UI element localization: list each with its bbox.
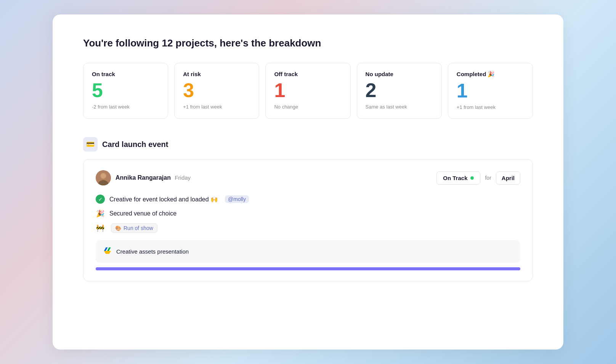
update-item-3: 🚧 🎨 Run of show [96,224,520,233]
attachment-progress-bar [96,267,520,270]
stat-label-on-track: On track [92,71,159,77]
status-month[interactable]: April [496,171,520,185]
update-items: ✓ Creative for event locked and loaded 🙌… [96,195,520,233]
section-icon: 💳 [83,137,98,152]
status-for-label: for [483,175,492,181]
stat-label-completed: Completed 🎉 [457,71,524,78]
stat-card-no-update[interactable]: No update 2 Same as last week [357,63,442,119]
stat-card-completed[interactable]: Completed 🎉 1 +1 from last week [448,63,533,119]
update-item-1-text: Creative for event locked and loaded 🙌 [109,196,218,203]
stat-number-off-track: 1 [274,80,342,100]
user-name: Annika Rangarajan [116,174,171,181]
update-item-2: 🎉 Secured venue of choice [96,209,520,218]
check-icon: ✓ [96,195,105,204]
section-header: 💳 Card launch event [83,137,533,152]
stat-change-completed: +1 from last week [457,104,524,110]
party-icon: 🎉 [96,209,105,218]
gdrive-icon [103,246,112,257]
construction-icon: 🚧 [96,224,105,233]
section-title: Card launch event [102,140,168,149]
update-item-1: ✓ Creative for event locked and loaded 🙌… [96,195,520,204]
status-dot [470,176,474,180]
page-title: You're following 12 projects, here's the… [83,37,533,49]
status-area: On Track for April [436,171,520,185]
user-date: Friday [175,174,191,181]
stat-card-at-risk[interactable]: At risk 3 +1 from last week [174,63,259,119]
stat-change-off-track: No change [274,104,342,110]
user-info: Annika Rangarajan Friday [96,170,191,185]
stat-label-off-track: Off track [274,71,342,77]
stat-number-at-risk: 3 [183,80,250,100]
status-badge[interactable]: On Track [436,171,480,185]
stat-label-at-risk: At risk [183,71,250,77]
stat-change-no-update: Same as last week [366,104,433,110]
stats-row: On track 5 -2 from last week At risk 3 +… [83,63,533,119]
stat-card-off-track[interactable]: Off track 1 No change [265,63,350,119]
stat-card-on-track[interactable]: On track 5 -2 from last week [83,63,168,119]
avatar [96,170,111,185]
link-label: Run of show [124,225,153,231]
user-name-group: Annika Rangarajan Friday [116,174,191,181]
stat-number-on-track: 5 [92,80,159,100]
update-card: Annika Rangarajan Friday On Track for Ap… [83,159,533,281]
attachment-name: Creative assets presentation [116,248,189,255]
mention-molly[interactable]: @molly [225,195,249,203]
figma-icon: 🎨 [115,225,121,231]
stat-number-no-update: 2 [366,80,433,100]
stat-change-at-risk: +1 from last week [183,104,250,110]
stat-number-completed: 1 [457,81,524,101]
status-badge-label: On Track [443,175,467,181]
attachment-card[interactable]: Creative assets presentation [96,240,520,263]
update-header: Annika Rangarajan Friday On Track for Ap… [96,170,520,185]
run-of-show-link[interactable]: 🎨 Run of show [111,224,157,233]
stat-change-on-track: -2 from last week [92,104,159,110]
main-container: You're following 12 projects, here's the… [53,14,563,350]
stat-label-no-update: No update [366,71,433,77]
update-item-2-text: Secured venue of choice [109,210,176,217]
svg-point-3 [101,174,106,178]
card-icon: 💳 [86,140,95,148]
